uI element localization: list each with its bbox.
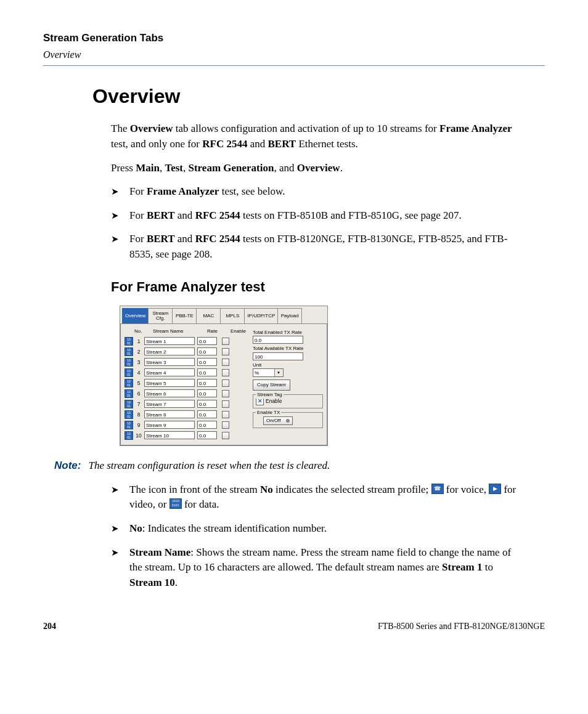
stream-row: 10019Stream 90.0 — [125, 420, 249, 429]
stream-row: 10016Stream 60.0 — [125, 389, 249, 398]
stream-name-input[interactable]: Stream 4 — [144, 368, 195, 376]
col-no: No. — [134, 328, 153, 335]
enable-tx-legend: Enable TX — [256, 409, 281, 416]
stream-enable-checkbox[interactable] — [222, 369, 229, 376]
page-title: Overview — [92, 82, 545, 110]
text-bold: No — [260, 484, 273, 495]
stream-rate-input[interactable]: 0.0 — [197, 358, 217, 366]
text: , — [183, 162, 189, 174]
stream-rate-input[interactable]: 0.0 — [197, 389, 217, 397]
stream-rate-input[interactable]: 0.0 — [197, 347, 217, 355]
stream-rate-input[interactable]: 0.0 — [197, 421, 217, 429]
text-bold: BERT — [147, 209, 175, 221]
data-icon: 1001 — [125, 337, 133, 346]
text-bold: Stream Generation — [189, 162, 274, 174]
tab-ip-udp-tcp[interactable]: IP/UDP/TCP — [244, 308, 278, 323]
data-icon: 1001 — [125, 421, 133, 429]
checkmark-icon: ✕ — [256, 397, 264, 405]
stream-row: 100110Stream 100.0 — [125, 431, 249, 440]
stream-enable-checkbox[interactable] — [222, 432, 229, 439]
stream-rate-input[interactable]: 0.0 — [197, 337, 217, 345]
stream-rate-input[interactable]: 0.0 — [197, 400, 217, 408]
tab-mpls[interactable]: MPLS — [220, 308, 245, 323]
text: For — [129, 233, 147, 245]
stream-row: 10015Stream 50.0 — [125, 378, 249, 387]
stream-tag-legend: Stream Tag — [256, 391, 284, 399]
text: and — [175, 233, 195, 245]
bullet-item: For BERT and RFC 2544 tests on FTB-8120N… — [126, 232, 526, 262]
col-rate: Rate — [207, 328, 231, 335]
stream-name-input[interactable]: Stream 10 — [144, 431, 195, 439]
stream-name-input[interactable]: Stream 1 — [144, 337, 195, 345]
stream-name-input[interactable]: Stream 3 — [144, 358, 195, 366]
text-bold: Stream 1 — [442, 561, 482, 573]
note-label: Note: — [54, 458, 81, 474]
page-footer: 204 FTB-8500 Series and FTB-8120NGE/8130… — [43, 620, 545, 633]
text-bold: Frame Analyzer — [147, 185, 219, 197]
stream-name-input[interactable]: Stream 2 — [144, 347, 195, 355]
stream-rate-input[interactable]: 0.0 — [197, 379, 217, 387]
press-paragraph: Press Main, Test, Stream Generation, and… — [111, 161, 526, 176]
stream-enable-checkbox[interactable] — [222, 411, 229, 418]
stream-enable-checkbox[interactable] — [222, 338, 229, 345]
unit-select[interactable]: % — [253, 368, 284, 377]
col-enable: Enable — [231, 328, 249, 335]
data-icon: 10100101 — [169, 498, 182, 509]
footer-doc-title: FTB-8500 Series and FTB-8120NGE/8130NGE — [378, 620, 545, 633]
stream-name-input[interactable]: Stream 5 — [144, 379, 195, 387]
stream-name-input[interactable]: Stream 9 — [144, 421, 195, 429]
stream-no: 9 — [134, 421, 143, 429]
tab-stream-cfg[interactable]: StreamCfg. — [148, 308, 173, 323]
data-icon: 1001 — [125, 389, 133, 398]
stream-enable-checkbox[interactable] — [222, 400, 229, 408]
text: , and — [274, 162, 296, 174]
video-icon: ▶ — [489, 484, 501, 494]
onoff-label: On/Off — [266, 417, 280, 424]
stream-no: 5 — [134, 379, 143, 387]
tab-label: Cfg. — [156, 316, 165, 321]
stream-rate-input[interactable]: 0.0 — [197, 368, 217, 376]
stream-no: 2 — [134, 348, 143, 355]
bullet-item: For Frame Analyzer test, see below. — [126, 184, 526, 200]
stream-name-input[interactable]: Stream 7 — [144, 400, 195, 408]
note-row: Note: The stream configuration is reset … — [54, 458, 545, 474]
tab-overview[interactable]: Overview — [122, 308, 149, 323]
stream-enable-checkbox[interactable] — [222, 379, 229, 387]
stream-rate-input[interactable]: 0.0 — [197, 431, 217, 439]
tab-pbbte[interactable]: PBB-TE — [172, 308, 197, 323]
stream-no: 10 — [134, 432, 143, 439]
bullet-item: The icon in front of the stream No indic… — [126, 482, 526, 513]
stream-enable-checkbox[interactable] — [222, 421, 229, 429]
text-bold: RFC 2544 — [202, 138, 247, 150]
text-bold: BERT — [268, 138, 296, 150]
stream-enable-checkbox[interactable] — [222, 390, 229, 397]
tab-mac[interactable]: MAC — [196, 308, 221, 323]
stream-rate-input[interactable]: 0.0 — [197, 410, 217, 418]
stream-name-input[interactable]: Stream 6 — [144, 389, 195, 397]
stream-no: 7 — [134, 400, 143, 408]
text-bold: Test — [165, 162, 183, 174]
tab-payload[interactable]: Payload — [277, 308, 302, 323]
voice-icon: ☎ — [431, 484, 444, 494]
stream-enable-checkbox[interactable] — [222, 359, 229, 366]
data-icon: 1001 — [125, 410, 133, 419]
enable-tx-fieldset: Enable TX On/Off — [253, 412, 323, 428]
text-bold: RFC 2544 — [195, 209, 240, 221]
stream-row: 10014Stream 40.0 — [125, 368, 249, 377]
text: . — [340, 162, 343, 174]
text-bold: Stream 10 — [129, 577, 175, 588]
stream-no: 4 — [134, 369, 143, 376]
text-bold: BERT — [147, 233, 175, 245]
copy-stream-button[interactable]: Copy Stream — [253, 379, 290, 391]
onoff-button[interactable]: On/Off — [263, 416, 293, 425]
text: tab allows configuration and activation … — [173, 123, 439, 134]
stream-tag-enable-checkbox[interactable]: ✕ Enable — [256, 397, 320, 405]
text: indicates the selected stream profile; — [273, 484, 431, 495]
text-bold: RFC 2544 — [195, 233, 240, 245]
stream-name-input[interactable]: Stream 8 — [144, 410, 195, 418]
stream-enable-checkbox[interactable] — [222, 348, 229, 355]
stream-row: 10013Stream 30.0 — [125, 357, 249, 367]
section-subtitle: For Frame Analyzer test — [111, 277, 545, 297]
data-icon: 1001 — [125, 358, 133, 367]
bullet-item: For BERT and RFC 2544 tests on FTB-8510B… — [126, 208, 526, 224]
